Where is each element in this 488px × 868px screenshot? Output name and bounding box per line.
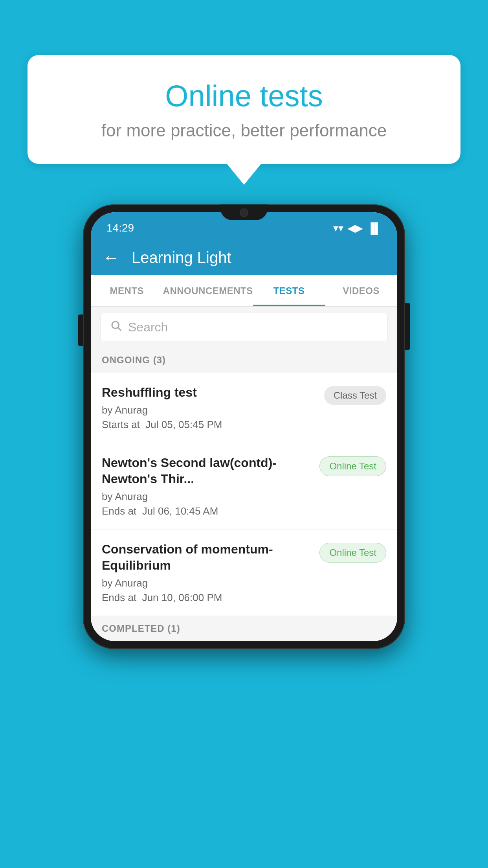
test-info-2: Newton's Second law(contd)-Newton's Thir… — [102, 455, 319, 517]
speech-bubble-arrow — [226, 163, 262, 185]
app-bar: ← Learning Light — [91, 240, 397, 275]
test-name-2: Newton's Second law(contd)-Newton's Thir… — [102, 455, 312, 487]
test-badge-2: Online Test — [319, 456, 386, 476]
tab-videos[interactable]: VIDEOS — [325, 275, 397, 306]
test-date-3: Ends at Jun 10, 06:00 PM — [102, 592, 312, 604]
tab-ments[interactable]: MENTS — [91, 275, 163, 306]
test-author-2: by Anurag — [102, 491, 312, 503]
test-author-3: by Anurag — [102, 577, 312, 589]
phone-wrapper: 14:29 ▾▾ ◀▶ ▐▌ ← Learning Light MENTS AN… — [83, 204, 405, 649]
test-badge-1: Class Test — [324, 386, 386, 405]
test-name-3: Conservation of momentum-Equilibrium — [102, 541, 312, 574]
phone-camera — [240, 208, 248, 217]
ongoing-section-header: ONGOING (3) — [91, 348, 397, 373]
completed-section-header: COMPLETED (1) — [91, 616, 397, 641]
test-author-1: by Anurag — [102, 404, 316, 416]
tab-announcements[interactable]: ANNOUNCEMENTS — [163, 275, 253, 306]
status-icons: ▾▾ ◀▶ ▐▌ — [333, 222, 382, 234]
test-date-2: Ends at Jul 06, 10:45 AM — [102, 505, 312, 517]
phone-screen: 14:29 ▾▾ ◀▶ ▐▌ ← Learning Light MENTS AN… — [91, 212, 397, 641]
search-input-wrapper[interactable]: Search — [100, 313, 388, 341]
test-name-1: Reshuffling test — [102, 384, 316, 401]
test-list: Reshuffling test by Anurag Starts at Jul… — [91, 373, 397, 616]
speech-bubble-title: Online tests — [59, 79, 429, 113]
phone-notch — [220, 204, 268, 220]
battery-icon: ▐▌ — [367, 222, 382, 234]
search-placeholder: Search — [128, 320, 168, 335]
wifi-icon: ▾▾ — [333, 222, 343, 234]
test-item-3[interactable]: Conservation of momentum-Equilibrium by … — [91, 530, 397, 616]
back-arrow-icon[interactable]: ← — [103, 248, 120, 267]
tabs-bar: MENTS ANNOUNCEMENTS TESTS VIDEOS — [91, 275, 397, 307]
status-time: 14:29 — [106, 222, 134, 234]
signal-icon: ◀▶ — [347, 222, 363, 234]
test-date-1: Starts at Jul 05, 05:45 PM — [102, 419, 316, 431]
test-item-2[interactable]: Newton's Second law(contd)-Newton's Thir… — [91, 443, 397, 530]
speech-bubble-container: Online tests for more practice, better p… — [28, 55, 460, 185]
test-info-3: Conservation of momentum-Equilibrium by … — [102, 541, 319, 604]
test-info-1: Reshuffling test by Anurag Starts at Jul… — [102, 384, 324, 431]
app-title: Learning Light — [132, 249, 231, 267]
speech-bubble: Online tests for more practice, better p… — [28, 55, 460, 164]
phone-outer: 14:29 ▾▾ ◀▶ ▐▌ ← Learning Light MENTS AN… — [83, 204, 405, 649]
speech-bubble-subtitle: for more practice, better performance — [59, 121, 429, 140]
search-icon — [110, 320, 122, 335]
svg-line-1 — [118, 328, 121, 331]
test-item-1[interactable]: Reshuffling test by Anurag Starts at Jul… — [91, 373, 397, 443]
tab-tests[interactable]: TESTS — [253, 275, 325, 306]
test-badge-3: Online Test — [319, 543, 386, 563]
search-container: Search — [91, 307, 397, 348]
